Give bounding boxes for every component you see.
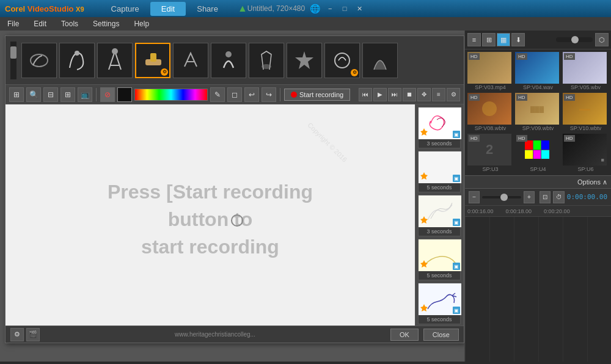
media-thumb-img-0: HD bbox=[467, 52, 511, 84]
start-recording-btn[interactable]: Start recording bbox=[284, 89, 350, 101]
canvas-main[interactable]: Press [Start recordingbutton tostart rec… bbox=[5, 104, 415, 334]
media-icon-grid[interactable]: ▦ bbox=[497, 33, 510, 46]
tab-capture[interactable]: Capture bbox=[100, 2, 150, 16]
brush-thumb-5[interactable] bbox=[211, 43, 246, 78]
settings-play-btn[interactable]: ⚙ bbox=[447, 88, 460, 101]
menu-file[interactable]: File bbox=[5, 18, 21, 29]
close-btn[interactable]: ✕ bbox=[354, 4, 364, 13]
svg-point-7 bbox=[225, 51, 232, 57]
tl-zoom-out[interactable]: − bbox=[469, 191, 480, 203]
thumb-gold-4 bbox=[420, 304, 428, 314]
media-badge-1: HD bbox=[516, 53, 527, 60]
restore-btn[interactable]: □ bbox=[340, 4, 349, 13]
media-badge-2: HD bbox=[564, 53, 575, 60]
play-btn[interactable]: ▶ bbox=[373, 88, 387, 101]
menu-edit[interactable]: Edit bbox=[31, 18, 49, 29]
tab-share[interactable]: Share bbox=[186, 2, 229, 16]
media-icon-detail[interactable]: ⊞ bbox=[482, 33, 496, 46]
zoom-slider-thumb[interactable] bbox=[571, 36, 579, 43]
record-btn-label: Start recording bbox=[299, 91, 343, 98]
painting-creator-dialog: Painting Creator ( Animation mode, 854 x… bbox=[5, 35, 464, 343]
tl-snapshot[interactable]: ⊡ bbox=[540, 191, 551, 203]
brush-thumb-3[interactable]: ⚙ bbox=[135, 43, 170, 78]
menu-bar: File Edit Tools Settings Help bbox=[0, 17, 611, 31]
settings-icon-2[interactable]: 🎬 bbox=[26, 328, 40, 341]
media-icon-extra[interactable]: ⬡ bbox=[595, 33, 609, 46]
brush-thumb-6[interactable] bbox=[249, 43, 284, 78]
fit-btn[interactable]: ⊞ bbox=[9, 87, 24, 102]
zoom-slider[interactable] bbox=[556, 37, 593, 42]
thumb-item-2[interactable]: ▣ 3 seconds bbox=[418, 195, 461, 236]
app-logo: Corel VideoStudio X9 bbox=[5, 4, 84, 13]
media-thumb-label-5: SP:V10.wbtv bbox=[563, 125, 609, 132]
brush-thumb-2[interactable] bbox=[97, 43, 133, 78]
zoom-out-btn[interactable]: ⊟ bbox=[43, 87, 58, 102]
color-gradient[interactable] bbox=[134, 89, 208, 101]
eraser-tool[interactable]: ◻ bbox=[227, 87, 242, 102]
zoom-in-btn[interactable]: 🔍 bbox=[26, 87, 41, 102]
media-thumb-img-4: HD ▓▓▓ bbox=[515, 93, 559, 125]
media-thumb-0[interactable]: HD SP:V03.mp4 bbox=[467, 52, 513, 91]
pen-tool[interactable]: ✎ bbox=[210, 87, 225, 102]
media-thumb-8[interactable]: HD ■ SP:U6 bbox=[563, 134, 609, 173]
options-label[interactable]: Options ∧ bbox=[577, 178, 607, 186]
media-thumb-7[interactable]: HD SP:U4 bbox=[515, 134, 561, 173]
svg-marker-19 bbox=[420, 304, 428, 311]
brush-thumb-0[interactable] bbox=[21, 43, 57, 78]
brand-name: Corel bbox=[5, 4, 25, 13]
media-icon-list[interactable]: ≡ bbox=[467, 33, 481, 46]
brush-thumb-1[interactable] bbox=[59, 43, 95, 78]
media-badge-4: HD bbox=[516, 94, 527, 101]
media-thumb-img-8: HD ■ bbox=[563, 134, 607, 166]
menu-help[interactable]: Help bbox=[131, 18, 152, 29]
title-bar-right: Untitled, 720×480 🌐 − □ ✕ bbox=[247, 4, 364, 13]
main-content: Painting Creator ( Animation mode, 854 x… bbox=[0, 31, 611, 362]
no-tool-btn[interactable]: ⊘ bbox=[100, 87, 115, 102]
prev-frame-btn[interactable]: ⏮ bbox=[359, 88, 372, 101]
thumb-item-4[interactable]: ▣ 5 seconds bbox=[418, 283, 461, 324]
media-panel-top: ≡ ⊞ ▦ ⬇ ⬡ bbox=[465, 31, 611, 49]
ok-btn[interactable]: OK bbox=[390, 329, 419, 341]
color-swatch[interactable] bbox=[117, 87, 132, 102]
media-thumb-3[interactable]: HD SP:V08.wbtv bbox=[467, 93, 513, 132]
stop-btn[interactable]: ⏹ bbox=[403, 88, 416, 101]
tl-zoom-slider[interactable] bbox=[482, 196, 521, 198]
tl-clock[interactable]: ⏱ bbox=[553, 191, 564, 203]
brush-thumb-8[interactable]: ⚙ bbox=[324, 43, 360, 78]
brush-gear-badge-2: ⚙ bbox=[351, 69, 358, 76]
undo-btn[interactable]: ↩ bbox=[244, 87, 259, 102]
media-thumb-6[interactable]: HD 2 SP:U3 bbox=[467, 134, 513, 173]
timeline-tracks[interactable] bbox=[465, 217, 611, 362]
brush-vert-scroll[interactable] bbox=[10, 42, 16, 79]
tl-zoom-in[interactable]: + bbox=[524, 191, 535, 203]
brush-thumb-7[interactable] bbox=[287, 43, 322, 78]
brush-thumb-9[interactable] bbox=[362, 43, 398, 78]
tl-zoom-thumb[interactable] bbox=[500, 194, 508, 201]
media-icon-sort[interactable]: ⬇ bbox=[511, 33, 525, 46]
screen-btn[interactable]: 📺 bbox=[78, 87, 92, 102]
bottom-btns: OK Close bbox=[390, 329, 459, 341]
thumb-item-1[interactable]: ▣ 5 seconds bbox=[418, 151, 461, 192]
thumb-label-3: 5 seconds bbox=[419, 271, 460, 280]
menu-settings[interactable]: Settings bbox=[90, 18, 122, 29]
tab-edit[interactable]: Edit bbox=[150, 2, 186, 16]
media-thumb-2[interactable]: HD SP:V05.wbv bbox=[563, 52, 609, 91]
thumb-item-3[interactable]: ▣ 5 seconds bbox=[418, 239, 461, 280]
media-thumb-img-5: HD ▬▬ bbox=[563, 93, 607, 125]
svg-marker-15 bbox=[420, 216, 428, 224]
thumb-item-0[interactable]: ▣ 3 seconds bbox=[418, 107, 461, 148]
menu-tools[interactable]: Tools bbox=[59, 18, 81, 29]
media-thumb-1[interactable]: HD SP:V04.wav bbox=[515, 52, 561, 91]
grid-btn[interactable]: ⊞ bbox=[60, 87, 75, 102]
settings-icon-1[interactable]: ⚙ bbox=[10, 328, 24, 341]
thumb-badge-1: ▣ bbox=[453, 175, 460, 182]
redo-btn[interactable]: ↪ bbox=[262, 87, 276, 102]
media-thumb-4[interactable]: HD ▓▓▓ SP:V09.wbtv bbox=[515, 93, 561, 132]
media-thumb-5[interactable]: HD ▬▬ SP:V10.wbtv bbox=[563, 93, 609, 132]
move-btn[interactable]: ✥ bbox=[417, 88, 431, 101]
next-frame-btn[interactable]: ⏭ bbox=[388, 88, 401, 101]
minimize-btn[interactable]: − bbox=[325, 4, 335, 13]
more-btn[interactable]: ≡ bbox=[432, 88, 445, 101]
close-btn-dialog[interactable]: Close bbox=[423, 329, 459, 341]
brush-thumb-4[interactable] bbox=[173, 43, 208, 78]
